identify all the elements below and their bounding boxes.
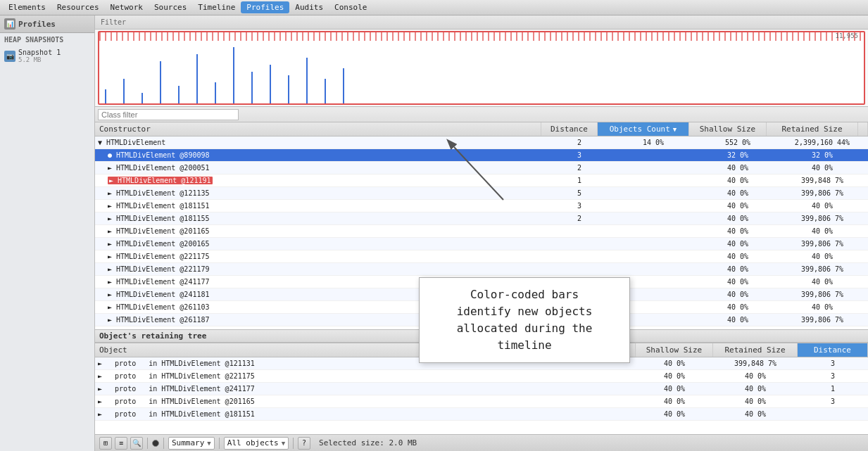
timeline-bar [141,93,143,103]
lower-table-row[interactable]: ► __proto__ in HTMLDivElement @221175 40… [95,370,868,383]
timeline-bar [306,58,308,103]
timeline-bar [251,72,253,103]
lower-th-distance[interactable]: Distance [798,343,868,357]
content-area: Filter 11,955 Constructor [95,15,868,451]
table-row[interactable]: ► HTMLDivElement @221175 40 0% 40 0% [95,250,868,263]
menu-item-sources[interactable]: Sources [149,1,192,13]
lower-table-row[interactable]: ► __proto__ in HTMLDivElement @181151 40… [95,408,868,421]
toolbar-sep2 [163,438,164,449]
heap-snapshots-label: HEAP SNAPSHOTS [0,33,94,46]
menu-bar: (function(){ const data = JSON.parse(doc… [0,0,868,15]
menu-item-elements[interactable]: Elements [3,1,51,13]
lower-th-shallow[interactable]: Shallow Size [636,343,713,357]
summary-arrow: ▼ [207,440,210,447]
table-row[interactable]: ► HTMLDivElement @181155 2 40 0% 399,806… [95,212,868,225]
toolbar-sep1 [147,438,148,449]
status-text: Selected size: 2.0 MB [319,438,417,447]
timeline-bar [270,65,271,103]
toolbar-sep3 [219,438,220,449]
timeline-bars [99,41,864,103]
toolbar-console-btn[interactable]: ⊞ [99,437,112,450]
toolbar-sep4 [293,438,294,449]
lower-table-row[interactable]: ► __proto__ in HTMLDivElement @201165 40… [95,395,868,408]
timeline-bar [343,68,344,103]
main-container: 📊 Profiles HEAP SNAPSHOTS 📷 Snapshot 1 5… [0,15,868,451]
lower-th-retained[interactable]: Retained Size [713,343,798,357]
menu-item-resources[interactable]: Resources [51,1,105,13]
timeline-bar [325,79,326,103]
th-objects[interactable]: Objects Count ▼ [598,122,689,136]
snapshot-icon: 📷 [4,51,15,62]
menu-item-audits[interactable]: Audits [289,1,329,13]
timeline-bar [160,61,161,103]
app-container: (function(){ const data = JSON.parse(doc… [0,0,868,451]
timeline-bar [178,86,180,103]
th-shallow[interactable]: Shallow Size [689,122,767,136]
timeline-bar [233,47,234,103]
menu-item-timeline[interactable]: Timeline [192,1,241,13]
table-row[interactable]: ► HTMLDivElement @221179 40 0% 399,806 7… [95,263,868,276]
all-objects-dropdown[interactable]: All objects ▼ [224,437,289,450]
table-row[interactable]: ► HTMLDivElement @200165 40 0% 399,806 7… [95,238,868,250]
timeline-chart[interactable]: 11,955 [98,31,865,105]
timeline-bar [288,75,289,103]
table-row[interactable]: ► HTMLDivElement @181151 3 40 0% 40 0% [95,200,868,212]
table-header-row: Constructor Distance Objects Count ▼ Sha… [95,122,868,136]
menu-item-console[interactable]: Console [329,1,372,13]
sidebar-header-label: Profiles [18,20,56,29]
th-distance[interactable]: Distance [541,122,598,136]
all-objects-label: All objects [227,438,279,447]
table-row[interactable]: ► HTMLDivElement @121135 5 40 0% 399,806… [95,187,868,200]
bottom-toolbar: ⊞ ≡ 🔍 Summary ▼ All objects ▼ ? Selected… [95,434,868,451]
menu-item-profiles[interactable]: Profiles [241,1,289,13]
table-row[interactable]: ► HTMLDivElement @121191 1 40 0% 399,848… [95,174,868,187]
th-scroll [858,122,868,136]
timeline-bar [123,79,125,103]
summary-dropdown[interactable]: Summary ▼ [168,437,215,450]
snapshot-label: Snapshot 1 [18,49,61,56]
profiles-icon: 📊 [4,18,15,30]
menu-item-network[interactable]: Network [105,1,149,13]
table-area: Constructor Distance Objects Count ▼ Sha… [95,122,868,434]
timeline-red-bar [99,32,864,41]
class-filter-input[interactable] [98,109,239,120]
timeline-bar [215,82,216,103]
lower-table-body[interactable]: ► __proto__ in HTMLDivElement @121131 40… [95,357,868,434]
toolbar-record-dot[interactable] [152,440,159,447]
table-row[interactable]: ► HTMLDivElement @200051 2 40 0% 40 0% [95,162,868,174]
table-row[interactable]: ▼ HTMLDivElement 2 14 0% 552 0% 2,399,16… [95,136,868,149]
toolbar-list-btn[interactable]: ≡ [115,437,127,450]
sidebar-header: 📊 Profiles [0,15,94,33]
timeline-bar [196,54,198,103]
timeline-scale: 11,955 [835,32,858,39]
timeline-area: Filter 11,955 [95,15,868,107]
th-retained[interactable]: Retained Size [767,122,858,136]
table-row[interactable]: ● HTMLDivElement @890098 3 32 0% 32 0% [95,149,868,162]
summary-label: Summary [172,438,204,447]
tooltip-box: Color-coded bars identify new objects al… [419,277,630,363]
snapshot-size: 5.2 MB [18,56,61,63]
sort-arrow: ▼ [673,126,677,133]
table-row[interactable]: ► HTMLDivElement @201165 40 0% 40 0% [95,225,868,238]
toolbar-search-btn[interactable]: 🔍 [130,437,143,450]
timeline-header: Filter [95,15,868,30]
toolbar-question-btn[interactable]: ? [298,437,310,450]
th-constructor[interactable]: Constructor [95,122,541,136]
timeline-filter-label: Filter [98,17,129,27]
all-objects-arrow: ▼ [282,440,285,447]
timeline-bar [105,89,106,103]
sidebar: 📊 Profiles HEAP SNAPSHOTS 📷 Snapshot 1 5… [0,15,95,451]
lower-table-row[interactable]: ► __proto__ in HTMLDivElement @241177 40… [95,383,868,395]
filter-row [95,107,868,122]
sidebar-item-snapshot1[interactable]: 📷 Snapshot 1 5.2 MB [0,46,94,65]
